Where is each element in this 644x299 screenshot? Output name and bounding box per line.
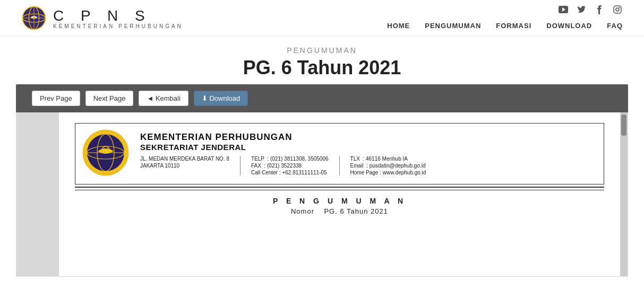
doc-tlx-col: TLX : 46116 Menhub IA Email : pusdatin@d… [350,156,426,175]
doc-header-block: KEMENTERIAN PERHUBUNGAN SEKRETARIAT JEND… [75,123,604,184]
document-toolbar: Prev Page Next Page ◄ Kembali ⬇ Download [16,84,628,112]
nomor-value: PG. 6 Tahun 2021 [324,207,388,215]
nav-pengumuman[interactable]: PENGUMUMAN [425,22,481,30]
doc-divider-thick [75,187,604,188]
doc-telp-col: TELP : (021) 3811308, 3505006 FAX : (021… [251,156,329,175]
address-line1: JL. MEDAN MERDEKA BARAT NO. 8 [140,156,229,162]
prev-page-button[interactable]: Prev Page [32,91,80,106]
doc-nomor: Nomor PG. 6 Tahun 2021 [75,207,604,215]
nav-download[interactable]: DOWNLOAD [546,22,592,30]
nav-formasi[interactable]: FORMASI [496,22,531,30]
document-viewer: KEMENTERIAN PERHUBUNGAN SEKRETARIAT JEND… [16,112,628,277]
doc-scrollbar-thumb[interactable] [621,115,626,136]
brand-logo [21,5,47,31]
document-page: KEMENTERIAN PERHUBUNGAN SEKRETARIAT JEND… [59,112,620,276]
page-title-area: PENGUMUMAN PG. 6 Tahun 2021 [0,37,644,84]
doc-org-dept: SEKRETARIAT JENDERAL [140,143,597,152]
email-line: Email : pusdatin@dephub.go.id [350,163,426,169]
doc-scrollbar[interactable] [620,112,628,276]
kembali-button[interactable]: ◄ Kembali [139,91,188,106]
address-divider2 [339,156,340,175]
next-page-button[interactable]: Next Page [85,91,134,106]
brand-subtitle: KEMENTERIAN PERHUBUNGAN [53,23,183,29]
doc-divider-thin [75,190,604,190]
address-line2: JAKARTA 10110 [140,163,229,169]
nomor-label: Nomor [291,207,314,215]
doc-org-name: KEMENTERIAN PERHUBUNGAN [140,132,597,143]
nav-faq[interactable]: FAQ [607,22,623,30]
header: C P N S KEMENTERIAN PERHUBUNGAN HOME PEN… [0,0,644,37]
doc-logo [82,129,130,179]
brand-text: C P N S KEMENTERIAN PERHUBUNGAN [53,7,183,29]
homepage-line: Home Page : www.dephub.go.id [350,170,426,175]
download-button[interactable]: ⬇ Download [194,91,248,106]
kemenhub-logo-svg [82,129,130,177]
doc-address-col: JL. MEDAN MERDEKA BARAT NO. 8 JAKARTA 10… [140,156,229,175]
tlx-line: TLX : 46116 Menhub IA [350,156,426,162]
nav-home[interactable]: HOME [387,22,410,30]
address-divider [240,156,241,175]
page-title-sub: PENGUMUMAN [0,46,644,55]
brand-area: C P N S KEMENTERIAN PERHUBUNGAN [21,5,183,31]
fax-line: FAX : (021) 3522338 [251,163,329,169]
doc-left-margin [16,112,59,276]
brand-cpns-label: C P N S [53,7,183,24]
doc-org-info: KEMENTERIAN PERHUBUNGAN SEKRETARIAT JEND… [140,132,597,175]
svg-point-10 [33,16,36,19]
main-nav: HOME PENGUMUMAN FORMASI DOWNLOAD FAQ [387,22,623,30]
doc-address-block: JL. MEDAN MERDEKA BARAT NO. 8 JAKARTA 10… [140,156,597,175]
callcenter-line: Call Center : +62.813111111-05 [251,170,329,175]
doc-pengumuman-title: P E N G U M U M A N [75,197,604,205]
telp-line: TELP : (021) 3811308, 3505006 [251,156,329,162]
page-title-main: PG. 6 Tahun 2021 [0,57,644,79]
